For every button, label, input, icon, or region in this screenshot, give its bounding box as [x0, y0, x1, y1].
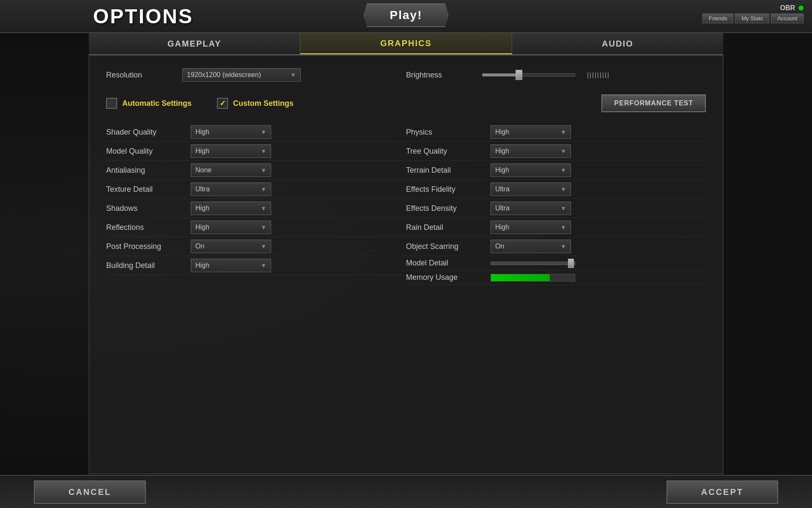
setting-row-reflections: Reflections High ▼ — [106, 218, 406, 237]
label-object-scarring: Object Scarring — [406, 242, 491, 251]
tab-gameplay[interactable]: GAMEPLAY — [89, 33, 300, 54]
brightness-slider-fill — [483, 74, 519, 76]
value-physics: High — [495, 128, 509, 136]
dropdown-shader-quality[interactable]: High ▼ — [191, 125, 271, 139]
dropdown-effects-fidelity[interactable]: Ultra ▼ — [491, 182, 571, 196]
value-effects-density: Ultra — [495, 204, 510, 212]
brightness-slider-wrap — [482, 73, 706, 77]
tab-bar: GAMEPLAY GRAPHICS AUDIO — [89, 33, 723, 55]
resolution-value: 812x508 (widescreen) — [187, 71, 261, 79]
value-rain-detail: High — [495, 224, 509, 231]
right-settings-col: Physics High ▼ Tree Quality High ▼ Terra… — [406, 123, 706, 285]
left-settings-col: Shader Quality High ▼ Model Quality High… — [106, 123, 406, 285]
top-right-area: OBR Friends My Stats Account — [702, 4, 804, 23]
dropdown-shadows[interactable]: High ▼ — [191, 202, 271, 215]
arrow-reflections: ▼ — [261, 224, 266, 231]
cancel-button[interactable]: CANCEL — [34, 480, 146, 504]
dropdown-reflections[interactable]: High ▼ — [191, 221, 271, 234]
value-building-detail: High — [195, 262, 209, 269]
play-button[interactable]: Play! — [364, 3, 449, 27]
value-tree-quality: High — [495, 147, 509, 155]
value-post-processing: On — [195, 243, 204, 250]
arrow-rain-detail: ▼ — [560, 224, 566, 231]
tick — [587, 72, 588, 78]
setting-row-memory-usage: Memory Usage — [406, 271, 706, 285]
arrow-effects-fidelity: ▼ — [560, 186, 566, 193]
dropdown-texture-detail[interactable]: Ultra ▼ — [191, 182, 271, 196]
setting-row-tree-quality: Tree Quality High ▼ — [406, 142, 706, 161]
setting-row-post-processing: Post Processing On ▼ — [106, 237, 406, 256]
tick — [595, 72, 596, 78]
accept-button[interactable]: ACCEPT — [667, 480, 778, 504]
arrow-antialiasing: ▼ — [261, 167, 266, 174]
label-reflections: Reflections — [106, 223, 191, 232]
setting-row-building-detail: Building Detail High ▼ — [106, 256, 406, 275]
online-status-dot — [798, 6, 804, 11]
arrow-shader-quality: ▼ — [261, 129, 266, 135]
settings-toggle-row: Automatic Settings ✓ Custom Settings PER… — [106, 94, 706, 112]
dropdown-tree-quality[interactable]: High ▼ — [491, 144, 571, 158]
arrow-physics: ▼ — [560, 129, 566, 135]
setting-row-model-quality: Model Quality High ▼ — [106, 142, 406, 161]
dropdown-physics[interactable]: High ▼ — [491, 125, 571, 139]
tick — [600, 72, 601, 78]
account-button[interactable]: Account — [771, 14, 804, 23]
arrow-effects-density: ▼ — [560, 205, 566, 212]
label-effects-fidelity: Effects Fidelity — [406, 185, 491, 194]
model-detail-slider[interactable] — [491, 262, 575, 265]
tab-graphics[interactable]: GRAPHICS — [300, 33, 512, 54]
dropdown-rain-detail[interactable]: High ▼ — [491, 221, 571, 234]
label-post-processing: Post Processing — [106, 242, 191, 251]
setting-row-texture-detail: Texture Detail Ultra ▼ — [106, 180, 406, 199]
model-detail-thumb[interactable] — [568, 259, 574, 268]
value-terrain-detail: High — [495, 166, 509, 174]
custom-settings-checkbox[interactable]: ✓ — [217, 98, 228, 109]
tick — [605, 72, 606, 78]
custom-settings-label: Custom Settings — [233, 99, 294, 108]
brightness-section: Brightness — [406, 71, 706, 80]
setting-row-shadows: Shadows High ▼ — [106, 199, 406, 218]
dropdown-antialiasing[interactable]: None ▼ — [191, 163, 271, 177]
main-content: Resolution 812x508 (widescreen) ▼ Brig… — [89, 55, 723, 474]
memory-usage-bar — [491, 274, 575, 282]
top-bar: OPTIONS Play! OBR Friends My Stats Accou… — [0, 0, 812, 33]
dropdown-effects-density[interactable]: Ultra ▼ — [491, 202, 571, 215]
arrow-terrain-detail: ▼ — [560, 167, 566, 174]
label-shader-quality: Shader Quality — [106, 128, 191, 137]
friends-button[interactable]: Friends — [702, 14, 733, 23]
arrow-shadows: ▼ — [261, 205, 266, 212]
label-tree-quality: Tree Quality — [406, 147, 491, 156]
memory-usage-fill — [491, 274, 550, 281]
tick — [608, 72, 609, 78]
dropdown-building-detail[interactable]: High ▼ — [191, 259, 271, 272]
dropdown-terrain-detail[interactable]: High ▼ — [491, 163, 571, 177]
top-nav-buttons: Friends My Stats Account — [702, 14, 804, 23]
value-effects-fidelity: Ultra — [495, 185, 510, 193]
performance-test-button[interactable]: PERFORMANCE TEST — [601, 94, 706, 112]
setting-row-shader-quality: Shader Quality High ▼ — [106, 123, 406, 142]
setting-row-object-scarring: Object Scarring On ▼ — [406, 237, 706, 256]
setting-row-antialiasing: Antialiasing None ▼ — [106, 161, 406, 180]
brightness-slider-thumb[interactable] — [516, 70, 522, 80]
label-memory-usage: Memory Usage — [406, 273, 491, 282]
label-terrain-detail: Terrain Detail — [406, 166, 491, 175]
value-shadows: High — [195, 204, 209, 212]
dropdown-object-scarring[interactable]: On ▼ — [491, 240, 571, 253]
username-row: OBR — [780, 4, 804, 12]
setting-row-physics: Physics High ▼ — [406, 123, 706, 142]
resolution-label: Resolution — [106, 71, 174, 80]
dropdown-post-processing[interactable]: On ▼ — [191, 240, 271, 253]
resolution-dropdown[interactable]: 812x508 (widescreen) ▼ — [182, 68, 301, 82]
label-model-detail: Model Detail — [406, 259, 491, 268]
custom-settings-toggle[interactable]: ✓ Custom Settings — [217, 98, 294, 109]
value-reflections: High — [195, 224, 209, 231]
arrow-building-detail: ▼ — [261, 262, 266, 269]
automatic-settings-checkbox[interactable] — [106, 98, 117, 109]
brightness-slider-track[interactable] — [482, 73, 575, 77]
tab-audio[interactable]: AUDIO — [512, 33, 723, 54]
tick — [590, 72, 591, 78]
automatic-settings-toggle[interactable]: Automatic Settings — [106, 98, 192, 109]
my-stats-button[interactable]: My Stats — [735, 14, 769, 23]
label-antialiasing: Antialiasing — [106, 166, 191, 175]
dropdown-model-quality[interactable]: High ▼ — [191, 144, 271, 158]
